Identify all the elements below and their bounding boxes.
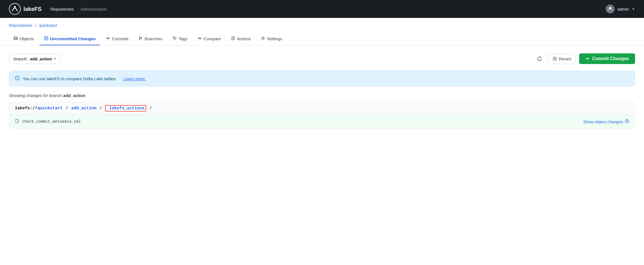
tab-commits[interactable]: Commits [101, 33, 133, 45]
tab-settings-label: Settings [267, 36, 282, 41]
tab-uncommitted[interactable]: Uncommitted Changes [39, 33, 100, 45]
breadcrumb-repo[interactable]: quickstart [39, 23, 57, 28]
path-sep-1: / [66, 106, 71, 111]
breadcrumb-repositories[interactable]: Repositories [9, 23, 32, 28]
info-banner-link[interactable]: Learn more. [124, 76, 146, 81]
tab-tags[interactable]: Tags [168, 33, 192, 45]
branch-toolbar: branch: add_action ▾ Revert Commit Chang… [9, 53, 635, 64]
breadcrumb: Repositories / quickstart [0, 18, 644, 33]
changes-prefix: Showing changes for branch [9, 93, 62, 98]
tab-uncommitted-label: Uncommitted Changes [50, 36, 96, 41]
refresh-button[interactable] [534, 54, 544, 64]
info-banner-text: You can use lakeFS to compare Delta Lake… [23, 76, 117, 81]
branch-label: branch: [14, 56, 28, 61]
svg-marker-11 [233, 38, 234, 39]
main-nav-links: Repositories Administration [50, 7, 107, 11]
tab-actions[interactable]: Actions [226, 33, 255, 45]
compare-icon [197, 36, 202, 41]
path-sep-3: / [149, 106, 152, 111]
revert-button[interactable]: Revert [548, 54, 576, 64]
svg-point-7 [139, 39, 140, 40]
nav-left: lakeFS Repositories Administration [9, 3, 107, 15]
info-banner: You can use lakeFS to compare Delta Lake… [9, 71, 635, 86]
path-sep-2: / [100, 106, 105, 111]
changes-branch: add_action [63, 93, 85, 98]
actions-icon [231, 36, 235, 41]
avatar [606, 4, 615, 13]
path-protocol: lakefs:// [15, 106, 37, 111]
breadcrumb-separator: / [35, 23, 36, 28]
toolbar-actions: Revert Commit Changes [534, 53, 635, 64]
file-name: check_commit_metadata.yml [22, 119, 81, 124]
show-changes-label: Show object changes [583, 119, 623, 124]
svg-point-0 [9, 3, 20, 15]
branch-dropdown-chevron: ▾ [54, 57, 56, 61]
commit-label: Commit Changes [592, 56, 629, 61]
svg-point-1 [14, 6, 16, 7]
tab-objects-label: Objects [20, 36, 34, 41]
tab-branches-label: Branches [145, 36, 162, 41]
svg-point-16 [17, 77, 18, 77]
branches-icon [138, 36, 143, 41]
changes-info: Showing changes for branch add_action [9, 93, 635, 98]
clock-icon [625, 119, 629, 124]
top-navigation: lakeFS Repositories Administration admin… [0, 0, 644, 18]
tags-icon [172, 36, 177, 41]
file-icon [15, 119, 19, 124]
file-tree: lakefs://quickstart / add_action / _lake… [9, 102, 635, 129]
user-area: admin ▼ [606, 4, 635, 13]
svg-point-6 [139, 37, 140, 38]
tab-objects[interactable]: Objects [9, 33, 38, 45]
nav-repositories[interactable]: Repositories [50, 7, 74, 11]
objects-icon [13, 36, 18, 41]
user-dropdown-chevron[interactable]: ▼ [632, 7, 635, 11]
tab-compare-label: Compare [203, 36, 221, 41]
branch-name: add_action [30, 56, 52, 61]
username: admin [617, 7, 629, 11]
tab-settings[interactable]: Settings [256, 33, 287, 45]
tab-compare[interactable]: Compare [193, 33, 225, 45]
tab-branches[interactable]: Branches [134, 33, 167, 45]
main-content: branch: add_action ▾ Revert Commit Chang… [0, 46, 644, 136]
tab-commits-label: Commits [112, 36, 128, 41]
path-folder[interactable]: _lakefs_actions [105, 105, 146, 112]
lakefs-logo-icon [9, 3, 21, 15]
svg-point-3 [14, 37, 17, 38]
revert-label: Revert [559, 56, 571, 61]
path-branch[interactable]: add_action [71, 106, 96, 111]
branch-selector[interactable]: branch: add_action ▾ [9, 54, 61, 64]
settings-icon [261, 36, 265, 41]
file-info: check_commit_metadata.yml [15, 119, 81, 124]
svg-point-12 [262, 38, 264, 39]
logo-text: lakeFS [23, 6, 41, 12]
commits-icon [106, 36, 110, 41]
nav-administration[interactable]: Administration [80, 7, 107, 11]
commit-changes-button[interactable]: Commit Changes [579, 53, 635, 64]
logo: lakeFS [9, 3, 41, 15]
tab-tags-label: Tags [179, 36, 188, 41]
tab-actions-label: Actions [237, 36, 251, 41]
tabs-bar: Objects Uncommitted Changes Commits Bran… [0, 33, 644, 46]
path-repo[interactable]: quickstart [37, 106, 63, 111]
file-tree-header: lakefs://quickstart / add_action / _lake… [9, 102, 635, 115]
info-icon [15, 75, 20, 82]
uncommitted-icon [44, 36, 48, 41]
file-row: check_commit_metadata.yml Show object ch… [9, 115, 635, 128]
show-object-changes-link[interactable]: Show object changes [583, 119, 629, 124]
svg-point-9 [174, 37, 174, 38]
